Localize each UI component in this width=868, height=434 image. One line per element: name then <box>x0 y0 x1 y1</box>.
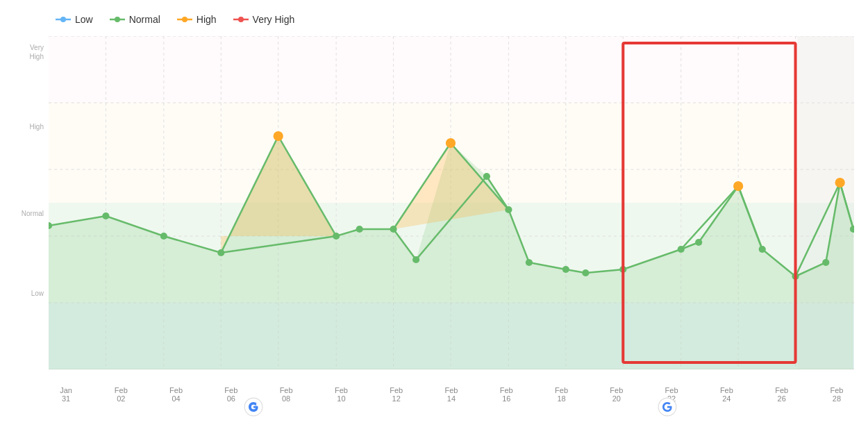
x-label-feb20: Feb20 <box>599 386 634 403</box>
x-label-jan31: Jan31 <box>49 386 83 403</box>
svg-point-5 <box>182 17 187 22</box>
svg-point-64 <box>274 131 283 141</box>
svg-point-62 <box>822 259 829 266</box>
legend-item-normal: Normal <box>110 14 160 25</box>
veryhigh-line-icon <box>233 16 249 23</box>
svg-point-55 <box>562 266 569 273</box>
y-label-high: High <box>3 123 44 131</box>
svg-point-3 <box>115 17 120 22</box>
x-label-feb28: Feb28 <box>819 386 854 403</box>
google-icon-feb22 <box>658 397 677 419</box>
svg-point-58 <box>678 246 685 253</box>
x-label-feb26: Feb26 <box>765 386 799 403</box>
svg-point-46 <box>160 233 167 240</box>
x-axis: Jan31 Feb02 Feb04 Feb06 Feb08 Feb10 Feb1… <box>49 386 854 403</box>
low-line-icon <box>56 16 71 23</box>
svg-point-67 <box>835 178 845 187</box>
svg-point-65 <box>446 138 456 148</box>
x-label-feb18: Feb18 <box>544 386 579 403</box>
legend-label-normal: Normal <box>129 14 160 25</box>
svg-point-60 <box>759 246 766 253</box>
y-label-low: Low <box>3 290 44 297</box>
svg-point-59 <box>695 239 702 246</box>
svg-point-48 <box>333 233 340 240</box>
legend-item-high: High <box>177 14 217 25</box>
x-label-feb04: Feb04 <box>159 386 194 403</box>
x-label-feb24: Feb24 <box>709 386 744 403</box>
y-label-veryhigh: VeryHigh <box>3 43 44 61</box>
x-label-feb02: Feb02 <box>103 386 138 403</box>
y-label-normal: Normal <box>3 210 44 217</box>
svg-point-52 <box>483 173 490 180</box>
svg-point-47 <box>217 249 224 256</box>
legend-label-veryhigh: Very High <box>253 14 295 25</box>
svg-point-7 <box>238 17 244 22</box>
x-label-feb14: Feb14 <box>434 386 469 403</box>
legend-item-veryhigh: Very High <box>233 14 295 25</box>
high-line-icon <box>177 16 192 23</box>
legend: Low Normal High Very High <box>49 14 854 25</box>
x-label-feb10: Feb10 <box>324 386 358 403</box>
svg-point-56 <box>582 269 589 276</box>
svg-point-51 <box>412 256 419 263</box>
x-label-feb12: Feb12 <box>379 386 414 403</box>
chart-container: Low Normal High Very High <box>0 0 868 434</box>
legend-item-low: Low <box>56 14 93 25</box>
legend-label-low: Low <box>75 14 93 25</box>
svg-point-1 <box>60 17 66 22</box>
svg-point-54 <box>526 259 533 266</box>
svg-point-50 <box>390 226 397 233</box>
legend-label-high: High <box>197 14 217 25</box>
chart-svg: 0 2 4 6 8 10 <box>49 36 854 369</box>
google-icon-feb06: G <box>244 397 263 419</box>
x-label-feb08: Feb08 <box>269 386 303 403</box>
svg-point-45 <box>102 212 109 219</box>
normal-line-icon <box>110 16 125 23</box>
svg-point-49 <box>356 226 363 233</box>
chart-area: 0 2 4 6 8 10 VeryHigh High Normal Low Ja… <box>49 36 854 369</box>
svg-point-66 <box>733 181 743 191</box>
x-label-feb16: Feb16 <box>489 386 524 403</box>
svg-rect-12 <box>49 36 854 103</box>
svg-point-53 <box>505 206 512 213</box>
